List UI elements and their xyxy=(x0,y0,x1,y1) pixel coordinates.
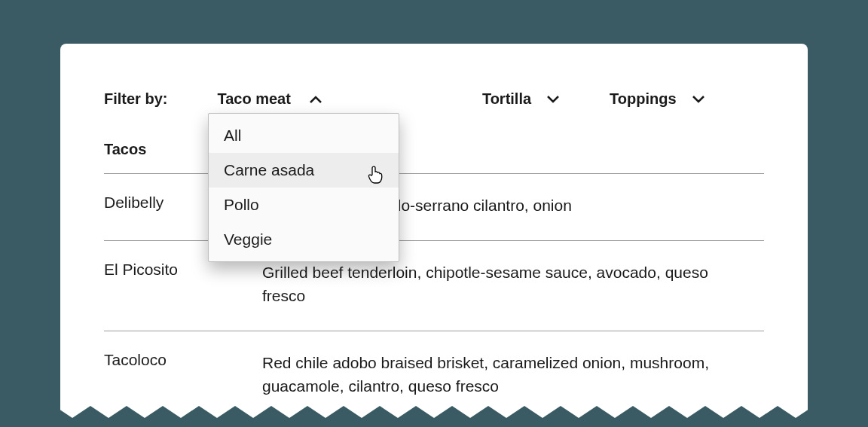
table-header-tacos: Tacos xyxy=(104,141,764,174)
filter-tortilla-label: Tortilla xyxy=(482,90,531,108)
torn-edge-decoration xyxy=(0,406,868,427)
filter-taco-meat[interactable]: Taco meat xyxy=(217,90,322,108)
chevron-down-icon xyxy=(692,95,705,104)
filter-prefix-label: Filter by: xyxy=(104,90,167,108)
taco-name: El Picosito xyxy=(104,261,262,308)
filter-taco-meat-label: Taco meat xyxy=(217,90,290,108)
tacos-table: Tacos Delibelly Slow Honey tomatillo-ser… xyxy=(104,141,764,421)
dropdown-option-pollo[interactable]: Pollo xyxy=(209,188,399,222)
table-row: Delibelly Slow Honey tomatillo-serrano c… xyxy=(104,174,764,241)
filter-bar: Filter by: Taco meat Tortilla Toppings A… xyxy=(104,90,764,108)
taco-meat-dropdown: All Carne asada Pollo Veggie xyxy=(208,113,399,262)
dropdown-option-veggie[interactable]: Veggie xyxy=(209,222,399,257)
taco-description: Grilled beef tenderloin, chipotle-sesame… xyxy=(262,261,764,308)
filter-toppings[interactable]: Toppings xyxy=(610,90,705,108)
filter-toppings-label: Toppings xyxy=(610,90,677,108)
table-row: El Picosito Grilled beef tenderloin, chi… xyxy=(104,241,764,331)
taco-description: Red chile adobo braised brisket, caramel… xyxy=(262,351,764,398)
content-panel: Filter by: Taco meat Tortilla Toppings A… xyxy=(60,44,808,427)
filter-tortilla[interactable]: Tortilla xyxy=(482,90,560,108)
chevron-down-icon xyxy=(546,95,560,104)
taco-name: Tacoloco xyxy=(104,351,262,398)
chevron-up-icon xyxy=(309,95,322,104)
dropdown-option-all[interactable]: All xyxy=(209,118,399,153)
dropdown-option-carne-asada[interactable]: Carne asada xyxy=(209,153,399,188)
